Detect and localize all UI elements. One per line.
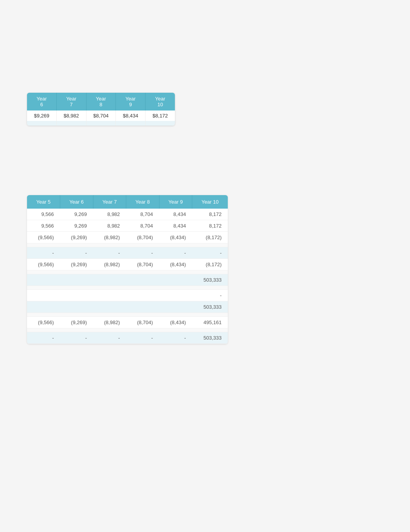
main-table-cell: (9,566) <box>27 317 60 328</box>
top-table-cell <box>56 121 86 126</box>
main-table-cell: 503,333 <box>192 301 228 313</box>
main-table-cell <box>93 290 126 301</box>
main-table-cell <box>93 286 126 290</box>
main-table-cell <box>159 274 192 286</box>
top-table-header: Year10 <box>146 93 175 110</box>
main-table-cell: (8,982) <box>93 317 126 328</box>
main-table-cell: 503,333 <box>192 332 228 344</box>
main-table-cell <box>159 290 192 301</box>
main-table-cell: (8,704) <box>126 232 159 243</box>
main-table-cell: 8,982 <box>93 220 126 232</box>
main-table-cell: - <box>126 332 159 344</box>
top-table-header: Year9 <box>116 93 146 110</box>
main-table-cell: 8,434 <box>159 220 192 232</box>
main-table-cell <box>159 286 192 290</box>
main-table-cell <box>27 290 60 301</box>
main-table-cell: (9,566) <box>27 232 60 243</box>
main-table-cell <box>159 328 192 332</box>
main-table-cell: 9,566 <box>27 209 60 220</box>
top-table-cell: $8,982 <box>56 110 86 121</box>
main-table-header: Year 9 <box>159 195 192 209</box>
main-table-cell: 8,172 <box>192 220 228 232</box>
main-table-cell <box>27 270 60 274</box>
top-table-header: Year8 <box>86 93 116 110</box>
main-table-header: Year 5 <box>27 195 60 209</box>
top-table: Year6Year7Year8Year9Year10 $9,269$8,982$… <box>27 93 175 126</box>
main-table-cell <box>93 301 126 313</box>
main-table-cell: (8,172) <box>192 259 228 270</box>
main-table-cell: (8,434) <box>159 317 192 328</box>
top-table-header: Year7 <box>56 93 86 110</box>
main-table-cell <box>60 274 93 286</box>
top-table-header: Year6 <box>27 93 56 110</box>
main-table-cell <box>60 270 93 274</box>
main-section: Year 5Year 6Year 7Year 8Year 9Year 10 9,… <box>27 195 383 344</box>
main-table-cell <box>60 301 93 313</box>
top-table-cell <box>116 121 146 126</box>
main-table-cell: (8,982) <box>93 232 126 243</box>
main-table-cell: 495,161 <box>192 317 228 328</box>
main-table-cell: (8,434) <box>159 232 192 243</box>
main-table-cell <box>27 286 60 290</box>
main-table-cell: (8,982) <box>93 259 126 270</box>
main-table-cell: 8,172 <box>192 209 228 220</box>
top-table-cell <box>86 121 116 126</box>
main-table-cell: (8,704) <box>126 259 159 270</box>
top-table-cell: $8,434 <box>116 110 146 121</box>
main-table-cell: (8,434) <box>159 259 192 270</box>
main-table-cell: 8,982 <box>93 209 126 220</box>
main-table-cell <box>60 286 93 290</box>
top-table-cell: $8,704 <box>86 110 116 121</box>
main-table-cell <box>93 313 126 317</box>
main-table-cell: 503,333 <box>192 274 228 286</box>
main-table-cell: (9,269) <box>60 317 93 328</box>
main-table-cell: - <box>60 332 93 344</box>
main-table-cell: (9,269) <box>60 259 93 270</box>
main-table-cell <box>126 274 159 286</box>
main-table-cell <box>192 243 228 247</box>
main-table-cell <box>93 270 126 274</box>
main-table-cell: 8,434 <box>159 209 192 220</box>
main-table-header: Year 6 <box>60 195 93 209</box>
main-table-cell <box>126 290 159 301</box>
main-table-cell: 8,704 <box>126 220 159 232</box>
top-table-cell: $9,269 <box>27 110 56 121</box>
main-table-cell <box>192 270 228 274</box>
main-table-cell <box>159 243 192 247</box>
main-table-cell: (8,704) <box>126 317 159 328</box>
main-table-cell: - <box>27 332 60 344</box>
main-table: Year 5Year 6Year 7Year 8Year 9Year 10 9,… <box>27 195 228 344</box>
main-table-cell: (9,566) <box>27 259 60 270</box>
main-table-cell <box>192 328 228 332</box>
main-table-cell: - <box>27 247 60 259</box>
main-table-cell: - <box>192 247 228 259</box>
main-table-cell <box>27 301 60 313</box>
main-table-cell <box>126 243 159 247</box>
main-table-cell <box>27 274 60 286</box>
main-table-cell: - <box>60 247 93 259</box>
main-table-cell <box>159 270 192 274</box>
main-table-cell: - <box>192 290 228 301</box>
main-table-cell <box>192 313 228 317</box>
top-table-cell <box>146 121 175 126</box>
top-table-section: Year6Year7Year8Year9Year10 $9,269$8,982$… <box>27 93 402 126</box>
main-table-cell <box>159 313 192 317</box>
main-table-cell <box>126 301 159 313</box>
main-table-cell <box>126 270 159 274</box>
main-table-header: Year 10 <box>192 195 228 209</box>
main-table-header: Year 8 <box>126 195 159 209</box>
main-table-cell <box>60 290 93 301</box>
main-table-cell: 8,704 <box>126 209 159 220</box>
main-table-cell <box>60 243 93 247</box>
top-table-cell <box>27 121 56 126</box>
main-table-cell: 9,269 <box>60 220 93 232</box>
main-table-cell <box>126 286 159 290</box>
top-table-cell: $8,172 <box>146 110 175 121</box>
main-table-cell <box>126 328 159 332</box>
main-table-cell: 9,566 <box>27 220 60 232</box>
main-table-cell: - <box>93 332 126 344</box>
main-table-cell <box>60 328 93 332</box>
main-table-cell <box>93 243 126 247</box>
main-table-cell <box>126 313 159 317</box>
main-table-cell <box>159 301 192 313</box>
